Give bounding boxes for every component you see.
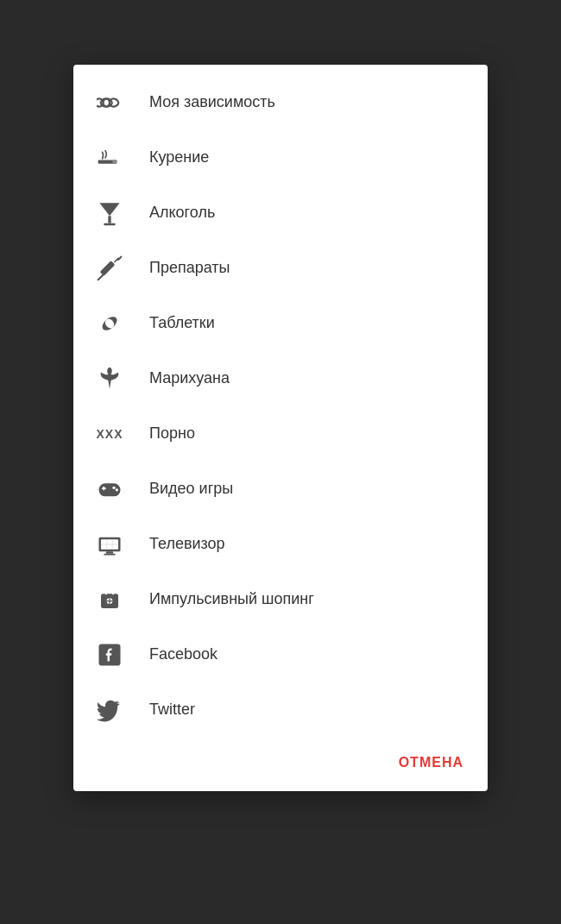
- list-item-porn[interactable]: ХХХ Порно: [73, 406, 488, 462]
- item-label-marijuana: Марихуана: [149, 369, 230, 387]
- dialog-list: Моя зависимость Курение: [73, 65, 488, 738]
- svg-rect-6: [100, 261, 116, 276]
- item-label-twitter: Twitter: [149, 701, 195, 719]
- list-item-pills[interactable]: Таблетки: [73, 296, 488, 351]
- list-item-facebook[interactable]: Facebook: [73, 627, 488, 682]
- svg-line-7: [98, 273, 104, 280]
- list-item-tv[interactable]: Телевизор: [73, 517, 488, 572]
- shopping-icon: [94, 584, 125, 615]
- list-item-videogames[interactable]: Видео игры: [73, 462, 488, 517]
- svg-rect-21: [106, 551, 113, 554]
- item-label-alcohol: Алкоголь: [149, 204, 215, 222]
- list-item-alcohol[interactable]: Алкоголь: [73, 185, 488, 241]
- item-label-shopping: Импульсивный шопинг: [149, 590, 314, 608]
- item-label-videogames: Видео игры: [149, 480, 233, 498]
- alcohol-icon: [94, 198, 125, 229]
- gamepad-icon: [94, 474, 125, 505]
- twitter-icon: [94, 695, 125, 726]
- list-item-smoking[interactable]: Курение: [73, 130, 488, 185]
- list-item-twitter[interactable]: Twitter: [73, 682, 488, 738]
- syringe-icon: [94, 253, 125, 284]
- list-item-shopping[interactable]: Импульсивный шопинг: [73, 572, 488, 627]
- xxx-icon: ХХХ: [94, 418, 125, 449]
- list-item-my-addiction[interactable]: Моя зависимость: [73, 75, 488, 130]
- smoking-icon: [94, 142, 125, 173]
- item-label-smoking: Курение: [149, 148, 209, 167]
- item-label-tv: Телевизор: [149, 535, 225, 553]
- svg-rect-13: [104, 486, 105, 490]
- svg-rect-3: [108, 216, 110, 223]
- svg-rect-4: [104, 223, 115, 225]
- addiction-dialog: Моя зависимость Курение: [73, 65, 488, 791]
- list-item-marijuana[interactable]: Марихуана: [73, 351, 488, 406]
- svg-rect-22: [104, 553, 115, 555]
- item-label-drugs: Препараты: [149, 259, 230, 277]
- pill-icon: [94, 308, 125, 339]
- infinity-icon: [94, 87, 125, 118]
- item-label-porn: Порно: [149, 424, 195, 443]
- svg-marker-2: [99, 203, 119, 216]
- item-label-pills: Таблетки: [149, 314, 215, 332]
- item-label-my-addiction: Моя зависимость: [149, 93, 275, 111]
- svg-point-15: [116, 488, 118, 491]
- item-label-facebook: Facebook: [149, 645, 217, 663]
- list-item-drugs[interactable]: Препараты: [73, 241, 488, 296]
- svg-rect-1: [112, 160, 117, 163]
- cannabis-icon: [94, 363, 125, 394]
- tv-icon: [94, 529, 125, 560]
- dialog-footer: ОТМЕНА: [73, 741, 488, 791]
- cancel-button[interactable]: ОТМЕНА: [395, 748, 467, 777]
- svg-point-14: [112, 486, 115, 488]
- facebook-icon: [94, 639, 125, 670]
